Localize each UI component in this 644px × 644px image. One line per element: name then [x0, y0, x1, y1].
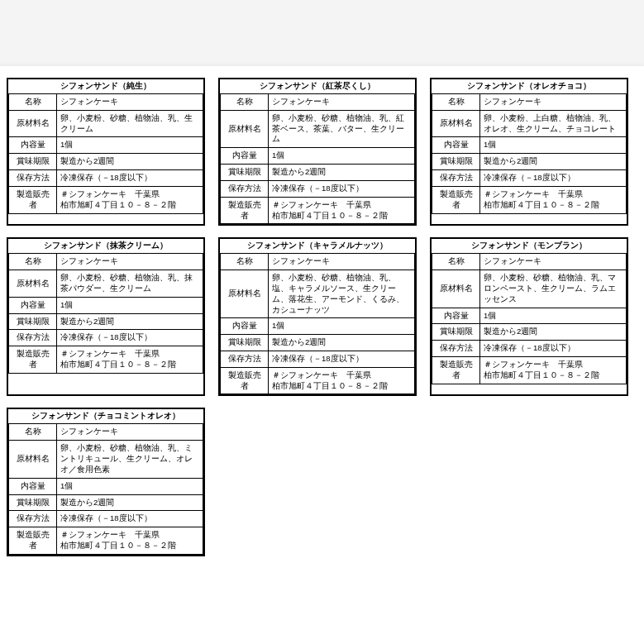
table-row: 製造販売者 ＃シフォンケーキ 千葉県 柏市旭町４丁目１０－８－２階 [9, 186, 203, 213]
row-label-name: 名称 [221, 94, 269, 111]
row-label-bestbefore: 賞味期限 [432, 154, 480, 170]
table-row: 製造販売者 ＃シフォンケーキ 千葉県 柏市旭町４丁目１０－８－２階 [221, 367, 415, 394]
table-row: 賞味期限 製造から2週間 [9, 494, 203, 511]
row-label-storage: 保存方法 [9, 170, 57, 187]
seller-line1: ＃シフォンケーキ 千葉県 [484, 360, 583, 369]
row-label-storage: 保存方法 [432, 341, 480, 357]
row-value-contents: 1個 [480, 308, 627, 324]
row-label-name: 名称 [9, 254, 57, 270]
row-label-contents: 内容量 [9, 478, 57, 494]
row-label-name: 名称 [9, 424, 57, 441]
row-value-seller: ＃シフォンケーキ 千葉県 柏市旭町４丁目１０－８－２階 [480, 357, 627, 384]
row-value-storage: 冷凍保存（－18度以下） [269, 351, 415, 368]
row-label-seller: 製造販売者 [9, 527, 57, 555]
spec-table: 名称 シフォンケーキ 原材料名 卵、小麦粉、砂糖、植物油、乳、マロンペースト、生… [432, 253, 627, 384]
row-label-name: 名称 [432, 254, 480, 270]
row-label-name: 名称 [432, 94, 480, 111]
row-value-ingredients: 卵、小麦粉、砂糖、植物油、乳、マロンペースト、生クリーム、ラムエッセンス [480, 270, 627, 308]
spec-table: 名称 シフォンケーキ 原材料名 卵、小麦粉、砂糖、植物油、乳、紅茶ベース、茶葉、… [220, 93, 415, 224]
row-value-name: シフォンケーキ [480, 94, 627, 111]
row-label-contents: 内容量 [221, 318, 269, 335]
product-label-card: シフォンサンド（モンブラン） 名称 シフォンケーキ 原材料名 卵、小麦粉、砂糖、… [430, 237, 628, 396]
row-value-bestbefore: 製造から2週間 [480, 154, 627, 170]
label-grid: シフォンサンド（純生） 名称 シフォンケーキ 原材料名 卵、小麦粉、砂糖、植物油… [7, 78, 637, 556]
seller-line2: 柏市旭町４丁目１０－８－２階 [272, 211, 388, 220]
row-label-ingredients: 原材料名 [432, 270, 480, 308]
seller-line2: 柏市旭町４丁目１０－８－２階 [60, 541, 176, 550]
table-row: 製造販売者 ＃シフォンケーキ 千葉県 柏市旭町４丁目１０－８－２階 [221, 197, 415, 224]
row-value-name: シフォンケーキ [269, 254, 415, 270]
product-label-card: シフォンサンド（オレオチョコ） 名称 シフォンケーキ 原材料名 卵、小麦粉、上白… [430, 78, 628, 226]
spec-table: 名称 シフォンケーキ 原材料名 卵、小麦粉、上白糖、植物油、乳、オレオ、生クリー… [432, 93, 627, 214]
table-row: 賞味期限 製造から2週間 [9, 313, 203, 330]
row-value-storage: 冷凍保存（－18度以下） [57, 511, 203, 527]
product-label-card: シフォンサンド（純生） 名称 シフォンケーキ 原材料名 卵、小麦粉、砂糖、植物油… [7, 78, 205, 226]
row-value-contents: 1個 [57, 297, 203, 313]
row-label-storage: 保存方法 [221, 351, 269, 368]
row-label-bestbefore: 賞味期限 [221, 165, 269, 181]
row-value-seller: ＃シフォンケーキ 千葉県 柏市旭町４丁目１０－８－２階 [57, 186, 203, 213]
product-label-card: シフォンサンド（チョコミントオレオ） 名称 シフォンケーキ 原材料名 卵、小麦粉… [7, 408, 205, 556]
row-label-bestbefore: 賞味期限 [9, 313, 57, 330]
row-value-name: シフォンケーキ [480, 254, 627, 270]
document-page: シフォンサンド（純生） 名称 シフォンケーキ 原材料名 卵、小麦粉、砂糖、植物油… [0, 66, 644, 644]
row-label-seller: 製造販売者 [221, 367, 269, 394]
row-value-name: シフォンケーキ [57, 94, 203, 111]
row-value-contents: 1個 [57, 137, 203, 154]
table-row: 保存方法 冷凍保存（－18度以下） [221, 180, 415, 197]
row-label-storage: 保存方法 [9, 511, 57, 527]
table-row: 賞味期限 製造から2週間 [221, 165, 415, 181]
row-label-contents: 内容量 [221, 148, 269, 165]
product-title: シフォンサンド（純生） [8, 79, 203, 93]
seller-line2: 柏市旭町４丁目１０－８－２階 [60, 360, 176, 369]
product-title: シフォンサンド（モンブラン） [432, 239, 627, 253]
row-value-ingredients: 卵、小麦粉、砂糖、植物油、乳、抹茶パウダー、生クリーム [57, 270, 203, 298]
row-value-seller: ＃シフォンケーキ 千葉県 柏市旭町４丁目１０－８－２階 [480, 186, 627, 213]
row-value-seller: ＃シフォンケーキ 千葉県 柏市旭町４丁目１０－８－２階 [269, 367, 415, 394]
product-label-card: シフォンサンド（抹茶クリーム） 名称 シフォンケーキ 原材料名 卵、小麦粉、砂糖… [7, 237, 205, 396]
row-label-storage: 保存方法 [221, 180, 269, 197]
row-label-storage: 保存方法 [432, 170, 480, 187]
seller-line1: ＃シフォンケーキ 千葉県 [272, 200, 371, 209]
product-label-card: シフォンサンド（キャラメルナッツ） 名称 シフォンケーキ 原材料名 卵、小麦粉、… [218, 237, 417, 396]
table-row: 原材料名 卵、小麦粉、砂糖、植物油、乳、紅茶ベース、茶葉、バター、生クリーム [221, 110, 415, 147]
seller-line2: 柏市旭町４丁目１０－８－２階 [272, 381, 388, 390]
row-value-bestbefore: 製造から2週間 [57, 313, 203, 330]
seller-line1: ＃シフォンケーキ 千葉県 [272, 370, 371, 379]
row-value-storage: 冷凍保存（－18度以下） [57, 170, 203, 187]
product-title: シフォンサンド（抹茶クリーム） [8, 239, 203, 253]
row-value-name: シフォンケーキ [57, 254, 203, 270]
table-row: 原材料名 卵、小麦粉、砂糖、植物油、乳、抹茶パウダー、生クリーム [9, 270, 203, 298]
table-row: 保存方法 冷凍保存（－18度以下） [9, 330, 203, 346]
product-title: シフォンサンド（チョコミントオレオ） [8, 409, 203, 423]
row-value-bestbefore: 製造から2週間 [269, 165, 415, 181]
row-value-storage: 冷凍保存（－18度以下） [269, 180, 415, 197]
table-row: 名称 シフォンケーキ [9, 254, 203, 270]
table-row: 保存方法 冷凍保存（－18度以下） [221, 351, 415, 368]
row-label-bestbefore: 賞味期限 [432, 324, 480, 341]
table-row: 内容量 1個 [432, 308, 627, 324]
table-row: 内容量 1個 [9, 478, 203, 494]
table-row: 名称 シフォンケーキ [432, 94, 627, 111]
table-row: 原材料名 卵、小麦粉、砂糖、植物油、乳、マロンペースト、生クリーム、ラムエッセン… [432, 270, 627, 308]
seller-line1: ＃シフォンケーキ 千葉県 [60, 189, 160, 198]
table-row: 保存方法 冷凍保存（－18度以下） [9, 511, 203, 527]
table-row: 名称 シフォンケーキ [221, 94, 415, 111]
spec-table: 名称 シフォンケーキ 原材料名 卵、小麦粉、砂糖、植物油、乳、ミントリキュール、… [8, 423, 203, 554]
table-row: 製造販売者 ＃シフォンケーキ 千葉県 柏市旭町４丁目１０－８－２階 [432, 186, 627, 213]
row-label-seller: 製造販売者 [432, 357, 480, 384]
seller-line1: ＃シフォンケーキ 千葉県 [60, 530, 160, 539]
table-row: 名称 シフォンケーキ [432, 254, 627, 270]
table-row: 保存方法 冷凍保存（－18度以下） [432, 341, 627, 357]
product-title: シフォンサンド（キャラメルナッツ） [220, 239, 415, 253]
table-row: 原材料名 卵、小麦粉、砂糖、植物油、乳、ミントリキュール、生クリーム、オレオ／食… [9, 441, 203, 478]
row-label-ingredients: 原材料名 [9, 270, 57, 298]
seller-line2: 柏市旭町４丁目１０－８－２階 [60, 200, 176, 209]
table-row: 賞味期限 製造から2週間 [221, 335, 415, 351]
table-row: 原材料名 卵、小麦粉、上白糖、植物油、乳、オレオ、生クリーム、チョコレート [432, 110, 627, 137]
row-value-bestbefore: 製造から2週間 [480, 324, 627, 341]
row-label-name: 名称 [9, 94, 57, 111]
table-row: 名称 シフォンケーキ [9, 424, 203, 441]
row-value-storage: 冷凍保存（－18度以下） [57, 330, 203, 346]
table-row: 賞味期限 製造から2週間 [432, 324, 627, 341]
